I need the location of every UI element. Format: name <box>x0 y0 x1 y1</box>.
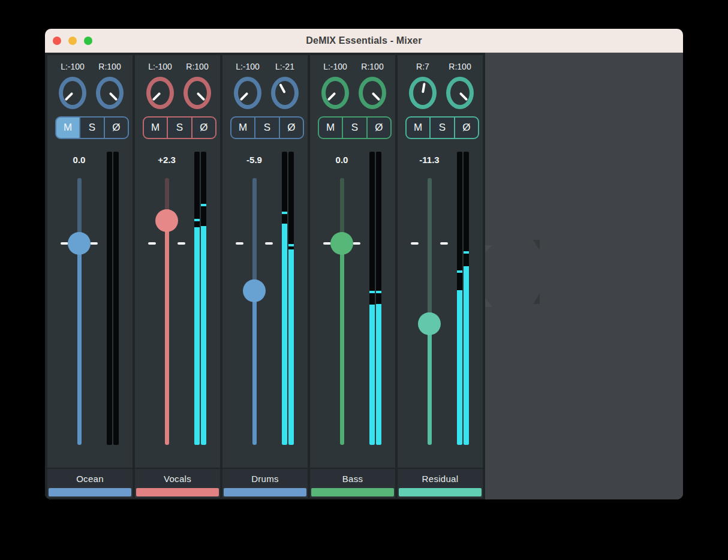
mute-button[interactable]: M <box>319 118 342 138</box>
gain-value: +2.3 <box>143 155 191 165</box>
pan-right-label: R:100 <box>353 62 392 71</box>
gain-value: -5.9 <box>230 155 278 165</box>
solo-button[interactable]: S <box>168 118 191 138</box>
fader-zero-tick-right <box>440 242 448 245</box>
pan-left-label: L:-100 <box>53 62 92 71</box>
level-meter-right <box>288 152 294 445</box>
level-meter-right <box>113 152 119 445</box>
knob-pointer-icon <box>240 92 248 101</box>
knob-pointer-rotor <box>320 78 351 109</box>
pan-right-label: R:100 <box>441 62 479 71</box>
mixer-content: L:-100 R:100 M S Ø 0.0 <box>45 53 683 499</box>
pan-right-knob[interactable] <box>446 77 474 109</box>
pan-left-label: L:-100 <box>228 62 267 71</box>
fader-handle[interactable] <box>155 209 178 232</box>
fader-handle[interactable] <box>68 232 91 255</box>
fader-handle[interactable] <box>418 312 441 335</box>
level-meter-right <box>464 152 469 445</box>
fader-handle[interactable] <box>243 279 266 302</box>
phase-invert-button[interactable]: Ø <box>455 118 478 138</box>
meter-peak <box>464 251 469 254</box>
fader-track[interactable] <box>340 178 344 445</box>
meter-fill <box>288 249 294 445</box>
channel-strip: L:-100 L:-21 M S Ø -5.9 <box>222 55 308 498</box>
channel-name: Vocals <box>135 468 220 488</box>
knob-pointer-icon <box>327 92 336 101</box>
pan-right-knob[interactable] <box>96 77 124 109</box>
channel-strip: L:-100 R:100 M S Ø +2.3 <box>135 55 220 498</box>
mute-button[interactable]: M <box>407 118 429 138</box>
fader-zero-tick-right <box>90 242 98 245</box>
fader-track-upper <box>252 178 257 291</box>
fader-track-upper <box>428 178 432 324</box>
title-bar[interactable]: DeMIX Essentials - Mixer <box>45 29 683 53</box>
pan-left-knob[interactable] <box>321 77 349 109</box>
pan-left-knob[interactable] <box>234 77 261 109</box>
pan-right-label: R:100 <box>91 62 129 71</box>
knob-pointer-icon <box>152 92 161 101</box>
channel-strips: L:-100 R:100 M S Ø 0.0 <box>45 53 485 499</box>
solo-button[interactable]: S <box>343 118 366 138</box>
knob-pointer-icon <box>372 92 380 101</box>
meter-fill <box>376 304 381 445</box>
phase-invert-button[interactable]: Ø <box>192 118 215 138</box>
phase-invert-button[interactable]: Ø <box>105 118 128 138</box>
mute-button[interactable]: M <box>144 118 167 138</box>
channel-strip: L:-100 R:100 M S Ø 0.0 <box>310 55 395 498</box>
fader-track-fill <box>252 291 257 445</box>
knob-pointer-icon <box>109 92 118 101</box>
channel-button-group: M S Ø <box>143 116 216 139</box>
knob-pointer-rotor <box>445 78 476 109</box>
pan-right-knob[interactable] <box>183 77 211 109</box>
meter-peak <box>282 212 287 214</box>
knob-pointer-icon <box>279 83 285 94</box>
meter-peak <box>201 204 206 206</box>
fader-track[interactable] <box>252 178 257 445</box>
knob-pointer-icon <box>422 83 425 93</box>
level-meter-right <box>376 152 381 445</box>
background-watermark <box>533 293 540 304</box>
pan-right-knob[interactable] <box>359 77 386 109</box>
channel-name: Residual <box>398 468 483 488</box>
solo-button[interactable]: S <box>80 118 103 138</box>
fader-track-fill <box>77 243 82 445</box>
fader-handle[interactable] <box>330 232 353 255</box>
mute-button[interactable]: M <box>56 118 79 138</box>
level-meter-left <box>457 152 462 445</box>
meter-peak <box>457 270 462 273</box>
solo-button[interactable]: S <box>431 118 453 138</box>
fader-track[interactable] <box>77 178 82 445</box>
level-meter-left <box>107 152 112 445</box>
solo-button[interactable]: S <box>255 118 278 138</box>
mute-button[interactable]: M <box>231 118 254 138</box>
meter-fill <box>282 224 287 445</box>
channel-color-bar <box>311 488 394 496</box>
pan-right-label: L:-21 <box>266 62 304 71</box>
pan-left-knob[interactable] <box>146 77 174 109</box>
fader-track-fill <box>428 324 432 445</box>
gain-value: -11.3 <box>405 155 453 165</box>
channel-color-bar <box>49 488 131 496</box>
gain-value: 0.0 <box>318 155 366 165</box>
level-meter-right <box>201 152 206 445</box>
meter-peak <box>288 244 294 246</box>
pan-left-label: L:-100 <box>316 62 354 71</box>
phase-invert-button[interactable]: Ø <box>368 118 390 138</box>
pan-left-knob[interactable] <box>409 77 437 109</box>
channel-strip: R:7 R:100 M S Ø -11.3 <box>398 55 483 498</box>
level-meter-left <box>369 152 375 445</box>
knob-pointer-rotor <box>233 78 263 109</box>
fader-track[interactable] <box>428 178 432 445</box>
meter-fill <box>457 290 462 445</box>
channel-button-group: M S Ø <box>230 116 304 139</box>
meter-peak <box>376 291 381 293</box>
phase-invert-button[interactable]: Ø <box>280 118 303 138</box>
pan-right-knob[interactable] <box>271 77 299 109</box>
meter-fill <box>369 305 375 445</box>
knob-pointer-icon <box>197 92 205 101</box>
channel-name: Ocean <box>47 468 133 488</box>
fader-zero-tick-left <box>236 242 243 245</box>
channel-strip: L:-100 R:100 M S Ø 0.0 <box>47 55 133 498</box>
meter-fill <box>194 227 200 445</box>
pan-left-knob[interactable] <box>59 77 86 109</box>
